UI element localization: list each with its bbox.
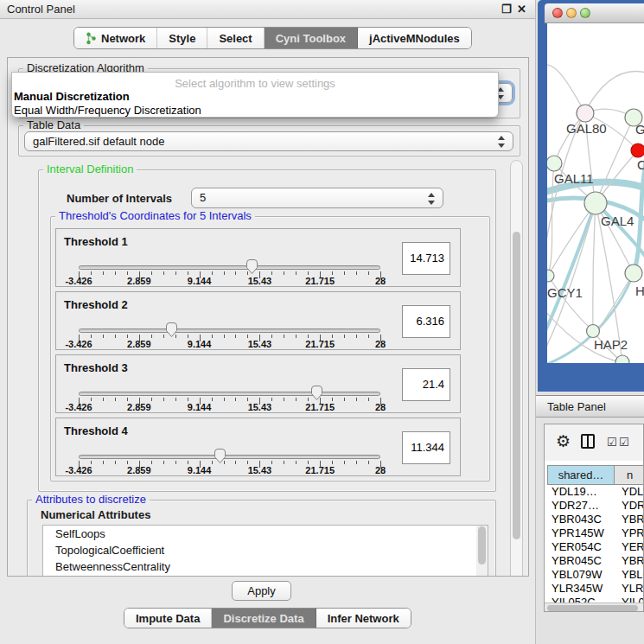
table-row[interactable]: YPR145W YPR1 (547, 526, 644, 540)
table-row[interactable]: YBL079W YBL0 (547, 568, 644, 582)
panel-vertical-scrollbar[interactable] (510, 160, 523, 577)
node-h[interactable] (625, 265, 642, 282)
table-row[interactable]: YIL052C YIL0 (547, 596, 644, 603)
threshold-slider[interactable] (79, 392, 380, 396)
network-canvas[interactable]: GAL80 G C GAL11 GAL4 GCY1 H HAP2 (547, 23, 644, 363)
checkbox-icon[interactable]: ☑ (619, 436, 629, 449)
column-header-name[interactable]: n (614, 465, 644, 485)
control-panel-titlebar: Control Panel ❐ ✕ (0, 0, 535, 19)
numerical-attributes-label: Numerical Attributes (37, 508, 154, 521)
table-data-combobox[interactable]: galFiltered.sif default node (24, 131, 513, 151)
network-graph: GAL80 G C GAL11 GAL4 GCY1 H HAP2 (547, 23, 644, 363)
float-panel-icon[interactable]: ❐ (501, 3, 512, 16)
table-row[interactable]: YER054C YER0 (547, 540, 644, 554)
cell-shared-name[interactable]: YPR145W (547, 526, 614, 540)
apply-button[interactable]: Apply (232, 581, 291, 601)
cell-shared-name[interactable]: YLR345W (547, 582, 614, 596)
tab-cyni-toolbox[interactable]: Cyni Toolbox (265, 28, 358, 48)
node-bottom[interactable] (615, 355, 629, 363)
threshold-value-field[interactable]: 11.344 (402, 431, 450, 464)
cell-shared-name[interactable]: YIL052C (547, 596, 614, 603)
threshold-slider[interactable] (79, 455, 380, 459)
attributes-list-scrollbar[interactable] (476, 526, 488, 577)
threshold-value-field[interactable]: 6.316 (402, 305, 450, 338)
columns-icon[interactable] (581, 434, 595, 449)
tab-infer-network[interactable]: Infer Network (316, 609, 411, 628)
node-gcy1[interactable] (547, 270, 554, 282)
threshold-value-field[interactable]: 14.713 (402, 242, 450, 275)
cell-name[interactable]: YPR1 (614, 526, 644, 540)
node-gal4[interactable] (584, 192, 607, 214)
attributes-listbox[interactable]: SelfLoopsTopologicalCoefficientBetweenne… (42, 525, 488, 577)
cell-shared-name[interactable]: YBL079W (547, 568, 614, 582)
cell-shared-name[interactable]: YBR043C (547, 513, 614, 526)
tab-select[interactable]: Select (207, 28, 264, 48)
cell-name[interactable]: YDL1 (614, 485, 644, 499)
scale-label: 9.144 (188, 339, 212, 349)
dropdown-placeholder: Select algorithm to view settings (12, 77, 498, 90)
checkbox-icon[interactable]: ☑ (607, 436, 617, 449)
cell-shared-name[interactable]: YBR045C (547, 554, 614, 568)
gear-icon[interactable]: ⚙ (556, 431, 571, 451)
scale-label: 15.43 (248, 276, 272, 286)
tab-network-label: Network (101, 32, 145, 45)
table-row[interactable]: YDR27… YDR2 (547, 499, 644, 513)
num-intervals-label: Number of Intervals (63, 192, 175, 205)
close-panel-icon[interactable]: ✕ (517, 3, 526, 16)
cell-name[interactable]: YDR2 (614, 499, 644, 513)
num-intervals-combobox[interactable]: 5 (191, 188, 443, 208)
table-body[interactable]: YDL19… YDL1 YDR27… YDR2 YBR043C YBR0 (547, 485, 644, 603)
threshold-slider[interactable] (79, 265, 380, 270)
column-header-shared-name[interactable]: shared… (547, 465, 614, 485)
scale-label: 21.715 (305, 339, 335, 349)
table-row[interactable]: YBR043C YBR0 (547, 513, 644, 526)
label-g: G (635, 122, 644, 137)
table-row[interactable]: YBR045C YBR0 (547, 554, 644, 568)
scale-label: 28 (375, 339, 386, 349)
tab-network[interactable]: Network (74, 28, 157, 48)
cell-shared-name[interactable]: YDL19… (547, 485, 614, 499)
table-row[interactable]: YLR345W YLR3 (547, 582, 644, 596)
threshold-label: Threshold 4 (64, 424, 128, 437)
label-gal80: GAL80 (566, 121, 607, 136)
node-red[interactable] (631, 143, 644, 157)
thresholds-group-title: Threshold's Coordinates for 5 Intervals (55, 209, 255, 222)
cell-name[interactable]: YBR0 (614, 513, 644, 526)
cell-name[interactable]: YBR0 (614, 554, 644, 568)
zoom-window-icon[interactable] (580, 8, 590, 18)
tab-cyni-label: Cyni Toolbox (276, 32, 346, 45)
attribute-list-item[interactable]: BetweennessCentrality (43, 558, 488, 575)
num-intervals-value: 5 (200, 191, 206, 204)
cell-shared-name[interactable]: YDR27… (547, 499, 614, 513)
scale-label: 15.43 (248, 339, 272, 349)
table-panel-title: Table Panel (547, 400, 606, 413)
slider-track[interactable] (79, 265, 380, 270)
threshold-slider[interactable] (79, 328, 380, 333)
cell-name[interactable]: YBL0 (614, 568, 644, 582)
minimize-window-icon[interactable] (566, 8, 577, 18)
cell-name[interactable]: YIL0 (614, 596, 644, 603)
scrollbar-thumb[interactable] (547, 605, 638, 611)
node-gal11[interactable] (547, 156, 562, 171)
table-horizontal-scrollbar[interactable] (545, 603, 643, 612)
threshold-value-field[interactable]: 21.4 (402, 368, 450, 401)
dropdown-option-equal-width[interactable]: Equal Width/Frequency Discretization (14, 104, 201, 117)
tab-discretize-data[interactable]: Discretize Data (212, 609, 316, 628)
tab-impute-data[interactable]: Impute Data (124, 609, 212, 628)
dropdown-option-manual[interactable]: Manual Discretization (14, 90, 130, 103)
attribute-list-item[interactable]: SelfLoops (43, 526, 488, 542)
attribute-list-item[interactable]: TopologicalCoefficient (43, 542, 488, 558)
node-gal80[interactable] (577, 105, 594, 122)
scrollbar-thumb[interactable] (513, 232, 520, 539)
slider-track[interactable] (79, 455, 380, 459)
cell-name[interactable]: YER0 (614, 540, 644, 554)
slider-track[interactable] (79, 392, 380, 396)
tab-style[interactable]: Style (157, 28, 207, 48)
table-row[interactable]: YDL19… YDL1 (547, 485, 644, 499)
close-window-icon[interactable] (552, 8, 563, 18)
node-hap2[interactable] (587, 325, 600, 338)
cell-name[interactable]: YLR3 (614, 582, 644, 596)
tab-jactivemnodules[interactable]: jActiveMNodules (358, 28, 471, 48)
cell-shared-name[interactable]: YER054C (547, 540, 614, 554)
slider-track[interactable] (79, 328, 380, 333)
